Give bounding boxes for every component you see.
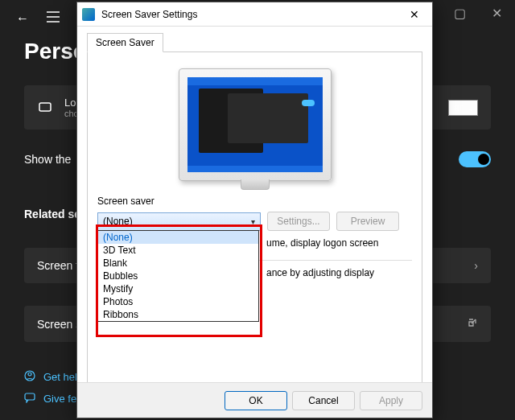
ok-button[interactable]: OK <box>225 391 287 410</box>
lock-screen-icon <box>37 100 53 116</box>
toggle-switch[interactable] <box>459 151 491 167</box>
screensaver-dropdown[interactable]: (None) ▾ <box>97 212 261 231</box>
dropdown-selected: (None) <box>103 216 133 227</box>
dropdown-option[interactable]: Ribbons <box>98 308 258 321</box>
help-icon <box>24 370 35 384</box>
resume-label: ume, display logon screen <box>266 237 412 249</box>
chevron-down-icon: ⌄ <box>468 104 474 113</box>
apply-button[interactable]: Apply <box>360 391 422 410</box>
dropdown-option[interactable]: Photos <box>98 295 258 308</box>
dialog-footer: OK Cancel Apply <box>77 382 432 418</box>
dialog-title: Screen Saver Settings <box>101 9 402 20</box>
maximize-button[interactable]: ▢ <box>441 0 478 26</box>
dropdown-option[interactable]: (None) <box>98 231 258 244</box>
screen-saver-dialog: Screen Saver Settings ✕ Screen Saver Scr… <box>76 2 433 418</box>
chevron-down-icon: ▾ <box>251 217 255 226</box>
tab-panel: Screen saver (None) ▾ Settings... Previe… <box>87 51 422 389</box>
dropdown-option[interactable]: Blank <box>98 257 258 270</box>
toggle-label: Show the <box>24 153 71 166</box>
dropdown-option[interactable]: Mystify <box>98 282 258 295</box>
card-value[interactable]: ar⌄ <box>448 100 478 116</box>
settings-button[interactable]: Settings... <box>267 212 330 231</box>
preview-button[interactable]: Preview <box>336 212 399 231</box>
dialog-close-button[interactable]: ✕ <box>402 5 427 24</box>
tab-screen-saver[interactable]: Screen Saver <box>87 33 163 52</box>
back-button[interactable]: ← <box>16 11 29 26</box>
feedback-icon <box>24 392 35 406</box>
dropdown-option[interactable]: Bubbles <box>98 270 258 282</box>
svg-rect-3 <box>25 393 35 400</box>
screensaver-dropdown-list[interactable]: (None)3D TextBlankBubblesMystifyPhotosRi… <box>97 230 259 322</box>
dialog-icon <box>82 8 95 21</box>
power-management-desc: ance by adjusting display <box>266 267 412 278</box>
chevron-right-icon: › <box>474 259 478 272</box>
dropdown-option[interactable]: 3D Text <box>98 244 258 257</box>
external-link-icon <box>467 317 478 331</box>
svg-rect-0 <box>39 103 51 111</box>
dialog-titlebar: Screen Saver Settings ✕ <box>77 2 432 27</box>
close-button[interactable]: ✕ <box>478 0 515 26</box>
cancel-button[interactable]: Cancel <box>292 391 355 410</box>
menu-icon[interactable] <box>47 11 60 26</box>
monitor-preview <box>179 68 332 181</box>
screensaver-group-label: Screen saver <box>97 196 412 207</box>
svg-point-2 <box>28 373 31 376</box>
